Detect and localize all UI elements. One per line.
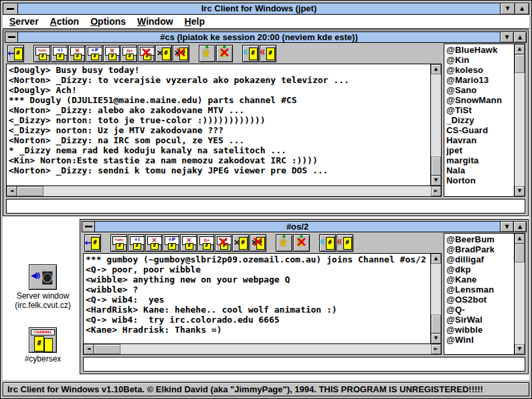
maximize-button[interactable]: ▲ — [515, 3, 529, 14]
cs-message-input[interactable] — [7, 200, 525, 213]
scroll-thumb[interactable] — [94, 344, 120, 354]
mode-private-button[interactable]: × — [163, 234, 179, 252]
os2-chat-vscrollbar[interactable]: ▲ ▼ — [430, 254, 441, 343]
user-item[interactable]: @SirWal — [446, 315, 514, 325]
unlock-topic-button[interactable]: × — [215, 234, 232, 252]
os2-titlebar[interactable]: #os/2 ▼ ▲ — [82, 221, 527, 232]
scroll-up-button[interactable]: ▲ — [431, 254, 441, 264]
kick-user-button[interactable]: × — [232, 234, 249, 252]
user-item[interactable]: @dkp — [446, 264, 514, 274]
cs-control-menu-button[interactable] — [5, 32, 18, 42]
leave-channel-button[interactable]: × — [84, 234, 101, 252]
server-window-icon[interactable]: Server window (irc.felk.cvut.cz) — [8, 264, 78, 310]
channel-part-button[interactable]: × — [337, 234, 353, 252]
menu-action[interactable]: Action — [50, 16, 80, 27]
kick-user-button[interactable]: × — [155, 45, 172, 62]
scroll-right-button[interactable]: ► — [431, 186, 441, 196]
main-titlebar[interactable]: Irc Client for Windows (jpet) ▼ ▲ — [3, 3, 529, 15]
os2-chat-hscrollbar[interactable]: ◄ ► — [83, 344, 442, 355]
scroll-thumb[interactable] — [17, 186, 43, 196]
mode-private-button[interactable]: × — [86, 45, 102, 62]
user-item[interactable]: @koleso — [446, 65, 514, 75]
scroll-track[interactable] — [94, 344, 431, 354]
scroll-track[interactable] — [515, 54, 525, 186]
scroll-thumb[interactable] — [515, 244, 525, 262]
user-item[interactable]: @Kane — [446, 274, 514, 285]
channel-join-button[interactable]: × — [242, 45, 259, 62]
os2-maximize-button[interactable]: ▲ — [513, 222, 526, 232]
user-item[interactable]: Havran — [446, 135, 514, 145]
scroll-track[interactable] — [431, 74, 441, 175]
user-item[interactable]: @wibble — [446, 325, 514, 335]
os2-users-vscrollbar[interactable]: ▲ ▼ — [514, 234, 525, 354]
os2-message-input[interactable] — [84, 357, 525, 371]
mode-invite-only-button[interactable]: × — [128, 234, 145, 252]
cs-maximize-button[interactable]: ▲ — [513, 32, 526, 42]
os2-control-menu-button[interactable] — [82, 222, 95, 232]
menu-help[interactable]: Help — [185, 16, 205, 27]
scroll-left-button[interactable]: ◄ — [84, 344, 94, 354]
leave-channel-button[interactable]: × — [7, 45, 24, 62]
scroll-right-button[interactable]: ► — [431, 344, 441, 354]
user-item[interactable]: margita — [446, 155, 514, 165]
user-item[interactable]: @Lensman — [446, 285, 514, 295]
user-item[interactable]: @TiSt — [446, 105, 514, 115]
user-item[interactable]: @WinI — [446, 335, 514, 345]
user-item[interactable]: CS-Guard — [446, 125, 514, 135]
unlock-topic-button[interactable]: × — [138, 45, 155, 62]
give-op-button[interactable]: × — [199, 45, 215, 62]
user-item[interactable]: @OS2bot — [446, 295, 514, 305]
scroll-track[interactable] — [515, 244, 525, 344]
menu-window[interactable]: Window — [137, 16, 173, 27]
scroll-down-button[interactable]: ▼ — [431, 175, 441, 185]
mode-clear-private-button[interactable]: × — [180, 234, 197, 252]
user-item[interactable]: @dilligaf — [446, 254, 514, 264]
lock-topic-button[interactable]: × — [120, 45, 137, 62]
ban-user-button[interactable]: × — [250, 234, 266, 252]
cs-chat-hscrollbar[interactable]: ◄ ► — [6, 186, 442, 197]
user-item[interactable]: @BradPark — [446, 244, 514, 254]
os2-minimize-button[interactable]: ▼ — [501, 222, 513, 232]
user-item[interactable]: @BlueHawk — [446, 45, 514, 55]
ban-user-button[interactable]: × — [173, 45, 189, 62]
user-item[interactable]: @Kin — [446, 55, 514, 65]
scroll-left-button[interactable]: ◄ — [7, 186, 17, 196]
user-item[interactable]: @Mario13 — [446, 75, 514, 85]
lock-topic-button[interactable]: × — [197, 234, 214, 252]
user-item[interactable]: Nala — [446, 165, 514, 175]
icon-tile[interactable] — [29, 327, 57, 353]
scroll-down-button[interactable]: ▼ — [515, 186, 525, 196]
menu-server[interactable]: Server — [9, 16, 39, 27]
cs-titlebar[interactable]: #cs (Ipiatok ke session 20:00 (neviem kd… — [5, 31, 527, 43]
control-menu-button[interactable] — [3, 3, 18, 14]
menu-options[interactable]: Options — [90, 16, 126, 27]
scroll-down-button[interactable]: ▼ — [515, 344, 525, 354]
mode-invite-only-button[interactable]: × — [51, 45, 68, 62]
channel-join-button[interactable]: × — [319, 234, 336, 252]
channel-part-button[interactable]: × — [260, 45, 276, 62]
scroll-track[interactable] — [17, 186, 431, 196]
give-op-button[interactable]: × — [276, 234, 292, 252]
icon-tile[interactable] — [29, 264, 57, 290]
set-topic-button[interactable]: × — [110, 234, 127, 252]
mode-clear-invite-button[interactable]: × — [68, 45, 85, 62]
user-item[interactable]: @Q- — [446, 305, 514, 315]
user-item[interactable]: jpet — [446, 145, 514, 155]
take-op-button[interactable]: × — [216, 45, 233, 62]
user-item[interactable]: Norton — [446, 175, 514, 185]
cs-minimize-button[interactable]: ▼ — [501, 32, 513, 42]
user-item[interactable]: @SnowMann — [446, 95, 514, 105]
scroll-down-button[interactable]: ▼ — [431, 333, 441, 343]
take-op-button[interactable]: × — [293, 234, 310, 252]
cs-chat-vscrollbar[interactable]: ▲ ▼ — [430, 64, 441, 185]
cybersex-channel-icon[interactable]: #cybersex — [8, 327, 78, 364]
scroll-up-button[interactable]: ▲ — [431, 64, 441, 74]
set-topic-button[interactable]: × — [33, 45, 50, 62]
scroll-up-button[interactable]: ▲ — [515, 234, 525, 244]
user-item[interactable]: _Dizzy — [446, 115, 514, 125]
scroll-thumb[interactable] — [515, 54, 525, 73]
mode-clear-private-button[interactable]: × — [103, 45, 120, 62]
cs-users-vscrollbar[interactable]: ▲ ▼ — [514, 44, 525, 196]
scroll-up-button[interactable]: ▲ — [515, 44, 525, 54]
scroll-track[interactable] — [431, 264, 441, 333]
